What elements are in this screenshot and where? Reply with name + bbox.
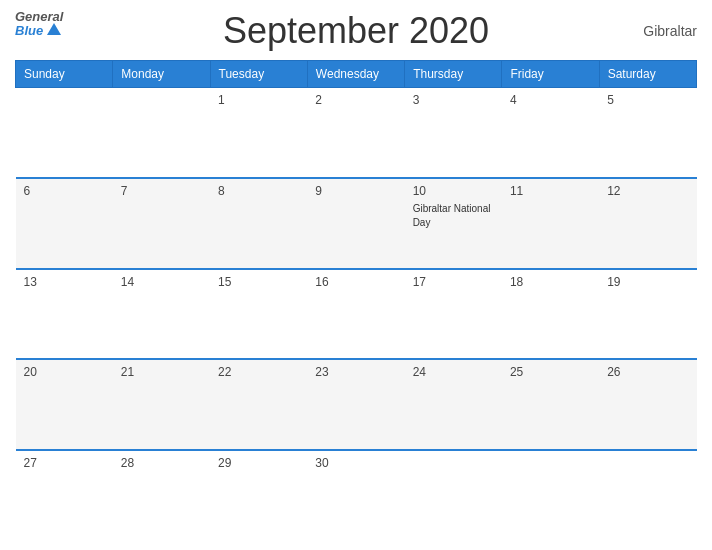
logo-triangle-icon [47,23,61,35]
calendar-cell: 10Gibraltar National Day [405,178,502,269]
calendar-cell: 24 [405,359,502,450]
calendar-cell: 15 [210,269,307,360]
calendar-cell: 22 [210,359,307,450]
calendar-cell: 7 [113,178,210,269]
country-name: Gibraltar [643,23,697,39]
day-number: 28 [121,456,202,470]
calendar-cell: 28 [113,450,210,541]
day-number: 16 [315,275,396,289]
weekday-header-wednesday: Wednesday [307,61,404,88]
calendar-cell [599,450,696,541]
day-number: 22 [218,365,299,379]
calendar-cell: 17 [405,269,502,360]
day-number: 15 [218,275,299,289]
day-number: 3 [413,93,494,107]
day-number: 7 [121,184,202,198]
day-number: 25 [510,365,591,379]
day-number: 2 [315,93,396,107]
calendar-cell: 8 [210,178,307,269]
day-number: 14 [121,275,202,289]
month-title: September 2020 [223,10,489,52]
calendar-cell: 19 [599,269,696,360]
day-number: 29 [218,456,299,470]
calendar-cell: 13 [16,269,113,360]
event-label: Gibraltar National Day [413,203,491,228]
week-row-4: 20212223242526 [16,359,697,450]
day-number: 27 [24,456,105,470]
day-number: 1 [218,93,299,107]
week-row-3: 13141516171819 [16,269,697,360]
day-number: 11 [510,184,591,198]
calendar-header: General Blue September 2020 Gibraltar [15,10,697,52]
calendar-cell: 3 [405,88,502,179]
weekday-header-tuesday: Tuesday [210,61,307,88]
calendar-table: SundayMondayTuesdayWednesdayThursdayFrid… [15,60,697,540]
day-number: 23 [315,365,396,379]
calendar-cell: 23 [307,359,404,450]
week-row-1: 12345 [16,88,697,179]
calendar-cell: 5 [599,88,696,179]
calendar-cell [113,88,210,179]
calendar-cell: 18 [502,269,599,360]
weekday-header-friday: Friday [502,61,599,88]
calendar-cell: 6 [16,178,113,269]
logo-general-text: General [15,10,63,23]
calendar-cell: 16 [307,269,404,360]
day-number: 9 [315,184,396,198]
calendar-cell: 20 [16,359,113,450]
day-number: 17 [413,275,494,289]
calendar-cell [502,450,599,541]
calendar-cell: 4 [502,88,599,179]
calendar-cell: 11 [502,178,599,269]
day-number: 8 [218,184,299,198]
calendar-cell: 1 [210,88,307,179]
day-number: 20 [24,365,105,379]
calendar-cell: 14 [113,269,210,360]
calendar-cell: 9 [307,178,404,269]
day-number: 19 [607,275,688,289]
logo: General Blue [15,10,63,37]
calendar-cell: 12 [599,178,696,269]
calendar-cell: 26 [599,359,696,450]
calendar-container: General Blue September 2020 Gibraltar Su… [0,0,712,550]
day-number: 24 [413,365,494,379]
weekday-header-thursday: Thursday [405,61,502,88]
weekday-header-sunday: Sunday [16,61,113,88]
calendar-cell: 30 [307,450,404,541]
day-number: 30 [315,456,396,470]
day-number: 5 [607,93,688,107]
calendar-cell: 21 [113,359,210,450]
day-number: 21 [121,365,202,379]
day-number: 26 [607,365,688,379]
day-number: 10 [413,184,494,198]
weekday-header-row: SundayMondayTuesdayWednesdayThursdayFrid… [16,61,697,88]
calendar-cell: 27 [16,450,113,541]
week-row-2: 678910Gibraltar National Day1112 [16,178,697,269]
weekday-header-monday: Monday [113,61,210,88]
calendar-cell [16,88,113,179]
logo-blue-text: Blue [15,24,43,37]
day-number: 12 [607,184,688,198]
logo-blue-row: Blue [15,23,63,37]
day-number: 18 [510,275,591,289]
weekday-header-saturday: Saturday [599,61,696,88]
calendar-cell [405,450,502,541]
day-number: 13 [24,275,105,289]
calendar-cell: 29 [210,450,307,541]
calendar-cell: 25 [502,359,599,450]
day-number: 4 [510,93,591,107]
day-number: 6 [24,184,105,198]
calendar-cell: 2 [307,88,404,179]
week-row-5: 27282930 [16,450,697,541]
